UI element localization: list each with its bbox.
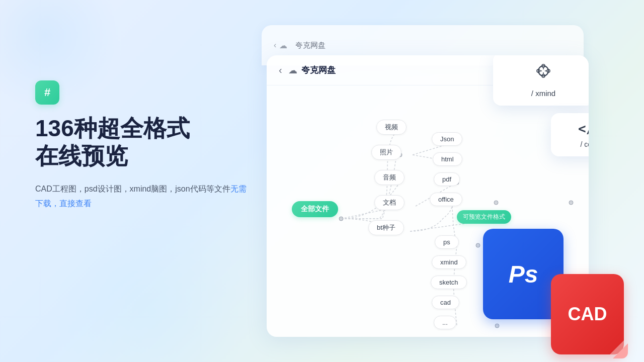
cloud-icon-2: ☁ (279, 41, 287, 50)
float-card-xmind: / xmind (493, 55, 589, 106)
code-card-label: / code (580, 140, 589, 148)
node-audio[interactable]: 音频 (374, 170, 405, 185)
svg-point-8 (476, 243, 480, 247)
hash-badge: # (35, 80, 59, 105)
float-card-code: </> / code (551, 113, 589, 156)
back-card-title: 夸克网盘 (295, 41, 326, 50)
ps-label: Ps (509, 260, 538, 288)
cloud-icon: ☁ (288, 65, 297, 76)
svg-point-0 (339, 217, 343, 221)
node-sketch[interactable]: sketch (431, 276, 467, 289)
main-title: 136种超全格式 在线预览 (35, 115, 247, 170)
code-icon: </> (578, 121, 589, 136)
hash-symbol: # (44, 86, 50, 99)
node-doc[interactable]: 文档 (374, 195, 405, 210)
back-button[interactable]: ‹ (279, 64, 282, 76)
node-cad[interactable]: cad (432, 296, 459, 309)
bg-decoration-2 (50, 211, 252, 362)
node-root[interactable]: 全部文件 (292, 201, 338, 217)
xmind-brain-icon (533, 61, 553, 85)
node-html[interactable]: html (433, 152, 462, 166)
node-xmind[interactable]: xmind (432, 255, 466, 269)
node-video[interactable]: 视频 (376, 120, 407, 135)
node-photo[interactable]: 照片 (371, 145, 401, 160)
svg-point-6 (494, 201, 498, 205)
left-panel: # 136种超全格式 在线预览 CAD工程图，psd设计图，xmind脑图，js… (35, 80, 247, 211)
node-preview[interactable]: 可预览文件格式 (457, 210, 511, 224)
node-json[interactable]: Json (432, 132, 462, 146)
node-pdf[interactable]: pdf (434, 172, 460, 186)
cad-card: CAD (551, 274, 624, 354)
card-title: 夸克网盘 (301, 64, 336, 76)
node-ps[interactable]: ps (435, 235, 459, 249)
back-arrow-2: ‹ (274, 41, 276, 50)
sub-description: CAD工程图，psd设计图，xmind脑图，json代码等文件无需下载，直接查看 (35, 182, 247, 211)
filetype-area: Ps CAD (483, 229, 624, 354)
node-more[interactable]: ... (434, 316, 456, 329)
node-bt[interactable]: bt种子 (368, 220, 404, 235)
node-office[interactable]: office (430, 193, 462, 206)
svg-point-13 (569, 201, 573, 205)
cad-label: CAD (568, 304, 607, 325)
xmind-card-label: / xmind (531, 89, 555, 98)
